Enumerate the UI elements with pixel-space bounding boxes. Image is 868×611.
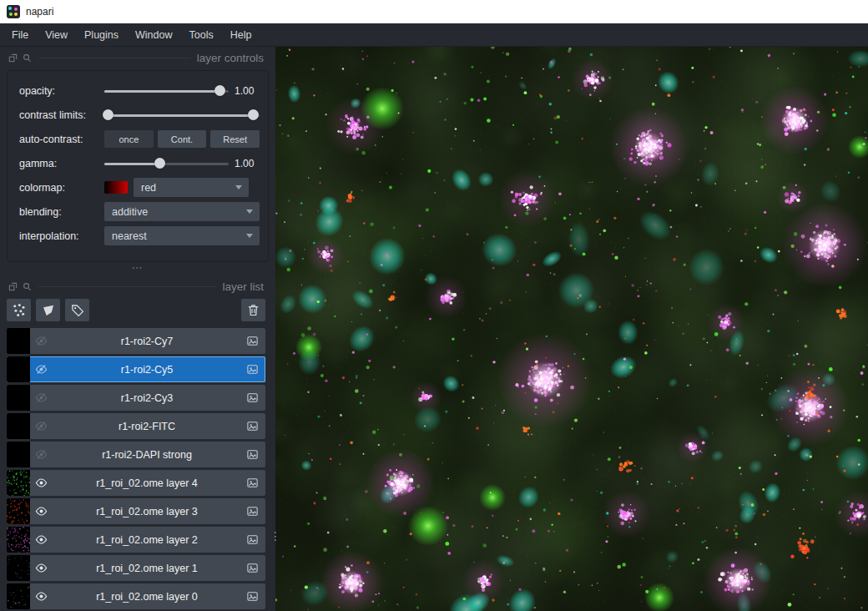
- gamma-value: 1.00: [235, 158, 260, 169]
- layer-name: r1-roi2-FITC: [53, 421, 241, 432]
- dock-resize-handle[interactable]: ⋯: [0, 262, 275, 275]
- new-labels-layer-button[interactable]: [65, 299, 89, 321]
- opacity-value: 1.00: [235, 85, 260, 97]
- new-shapes-layer-button[interactable]: [36, 299, 60, 321]
- interpolation-label: interpolation:: [13, 230, 104, 242]
- layer-thumbnail: [7, 527, 30, 553]
- layer-thumbnail: [7, 385, 30, 411]
- gamma-slider-fill: [104, 163, 160, 165]
- visibility-toggle-eye-icon[interactable]: [30, 505, 53, 518]
- layer-name: r1_roi_02.ome layer 1: [53, 563, 241, 574]
- visibility-toggle-eye-icon[interactable]: [30, 335, 53, 347]
- image-layer-icon: [241, 590, 263, 603]
- napari-logo-icon: [7, 5, 20, 18]
- new-points-layer-button[interactable]: [7, 299, 31, 321]
- layer-row-ome-4[interactable]: r1_roi_02.ome layer 4: [7, 470, 265, 496]
- menu-plugins[interactable]: Plugins: [76, 26, 127, 44]
- image-layer-icon: [241, 448, 263, 461]
- menu-help[interactable]: Help: [222, 26, 260, 44]
- polygon-icon: [41, 303, 56, 318]
- menu-bar: File View Plugins Window Tools Help: [0, 23, 868, 47]
- menu-view[interactable]: View: [37, 26, 76, 44]
- contrast-low-handle[interactable]: [103, 109, 114, 120]
- trash-icon: [246, 303, 260, 317]
- gamma-label: gamma:: [13, 158, 104, 169]
- delete-layer-button[interactable]: [241, 299, 265, 321]
- layer-list-title: layer list: [222, 280, 264, 293]
- tag-icon: [70, 303, 85, 318]
- layer-thumbnail: [7, 356, 30, 382]
- layer-thumbnail: [7, 498, 30, 524]
- layer-name: r1_roi_02.ome layer 0: [53, 591, 241, 603]
- dock-header-divider: [38, 286, 215, 287]
- interpolation-dropdown[interactable]: nearest: [104, 226, 260, 245]
- layer-row-ome-0[interactable]: r1_roi_02.ome layer 0: [7, 583, 265, 609]
- visibility-toggle-eye-icon[interactable]: [30, 448, 53, 461]
- autocontrast-continuous-button[interactable]: Cont.: [158, 130, 207, 148]
- image-layer-icon: [241, 505, 263, 518]
- autocontrast-reset-button[interactable]: Reset: [210, 130, 260, 148]
- visibility-toggle-eye-icon[interactable]: [30, 391, 53, 404]
- dock-splitter-handle[interactable]: ⋮: [270, 531, 281, 542]
- viewer-area: [275, 47, 868, 611]
- layer-thumbnail: [7, 413, 30, 439]
- layer-controls-panel: opacity: 1.00 contrast limits:: [7, 70, 269, 262]
- layer-thumbnail: [7, 470, 30, 496]
- layer-row-cy7[interactable]: r1-roi2-Cy7: [7, 328, 265, 354]
- layer-row-cy3[interactable]: r1-roi2-Cy3: [7, 385, 265, 411]
- points-icon: [11, 302, 27, 318]
- image-layer-icon: [241, 562, 263, 574]
- menu-file[interactable]: File: [3, 26, 37, 44]
- layer-row-dapi[interactable]: r1-roi2-DAPI strong: [7, 442, 265, 467]
- visibility-toggle-eye-icon[interactable]: [30, 533, 53, 546]
- napari-window: napari File View Plugins Window Tools He…: [0, 0, 868, 611]
- visibility-toggle-eye-icon[interactable]: [30, 590, 53, 603]
- visibility-toggle-eye-icon[interactable]: [30, 363, 53, 376]
- visibility-toggle-eye-icon[interactable]: [30, 477, 53, 489]
- menu-window[interactable]: Window: [127, 26, 180, 44]
- layer-name: r1-roi2-Cy5: [53, 364, 241, 376]
- colormap-swatch: [104, 181, 128, 194]
- visibility-toggle-eye-icon[interactable]: [30, 562, 53, 574]
- gamma-slider-handle[interactable]: [154, 158, 165, 169]
- autocontrast-once-button[interactable]: once: [104, 130, 154, 148]
- layer-name: r1-roi2-DAPI strong: [53, 449, 241, 461]
- visibility-toggle-eye-icon[interactable]: [30, 420, 53, 432]
- layer-thumbnail: [7, 328, 30, 354]
- layer-name: r1-roi2-Cy3: [53, 392, 241, 404]
- hide-dock-icon[interactable]: [23, 282, 32, 291]
- chevron-down-icon: [246, 210, 253, 214]
- opacity-row: opacity: 1.00: [13, 78, 260, 103]
- dock-header-divider: [38, 58, 190, 58]
- gamma-slider[interactable]: [104, 157, 229, 170]
- layer-list-header: layer list: [0, 275, 275, 297]
- colormap-row: colormap: red: [13, 175, 260, 199]
- image-layer-icon: [241, 477, 263, 489]
- auto-contrast-label: auto-contrast:: [13, 134, 104, 145]
- layer-name: r1-roi2-Cy7: [53, 336, 241, 347]
- layer-row-ome-2[interactable]: r1_roi_02.ome layer 2: [7, 527, 265, 553]
- image-layer-icon: [241, 335, 263, 347]
- float-dock-icon[interactable]: [8, 53, 18, 63]
- hide-dock-icon[interactable]: [23, 53, 32, 63]
- opacity-slider-handle[interactable]: [214, 85, 225, 96]
- viewer-canvas[interactable]: [275, 47, 868, 611]
- float-dock-icon[interactable]: [8, 282, 18, 291]
- layer-thumbnail: [7, 442, 30, 467]
- window-titlebar[interactable]: napari: [0, 0, 868, 23]
- colormap-label: colormap:: [13, 182, 104, 194]
- menu-tools[interactable]: Tools: [181, 26, 222, 44]
- colormap-dropdown[interactable]: red: [134, 178, 249, 197]
- opacity-slider[interactable]: [104, 84, 229, 98]
- contrast-high-handle[interactable]: [248, 109, 259, 120]
- layer-row-fitc[interactable]: r1-roi2-FITC: [7, 413, 265, 439]
- chevron-down-icon: [246, 234, 253, 238]
- layer-row-cy5[interactable]: r1-roi2-Cy5: [7, 356, 265, 382]
- layer-row-ome-3[interactable]: r1_roi_02.ome layer 3: [7, 498, 265, 524]
- window-title: napari: [26, 6, 53, 18]
- blending-dropdown[interactable]: additive: [104, 202, 260, 221]
- image-layer-icon: [241, 420, 263, 432]
- layer-row-ome-1[interactable]: r1_roi_02.ome layer 1: [7, 555, 265, 581]
- contrast-limits-slider[interactable]: [104, 109, 260, 122]
- blending-row: blending: additive: [13, 199, 260, 224]
